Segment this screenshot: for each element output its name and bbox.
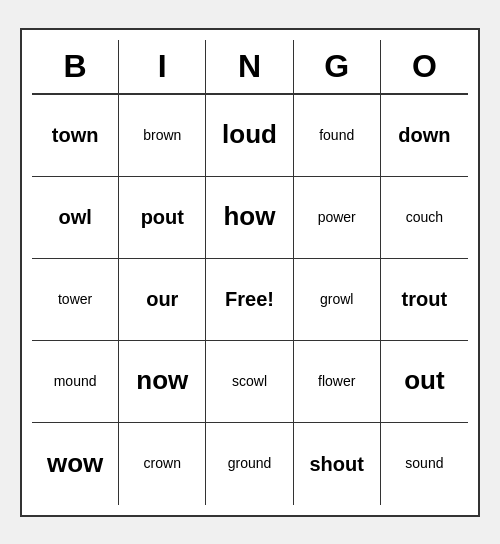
bingo-cell: owl: [32, 177, 119, 259]
cell-word: power: [318, 209, 356, 226]
cell-word: trout: [402, 287, 448, 311]
header-letter: G: [294, 40, 381, 93]
bingo-cell: brown: [119, 95, 206, 177]
cell-word: brown: [143, 127, 181, 144]
bingo-cell: tower: [32, 259, 119, 341]
bingo-cell: flower: [294, 341, 381, 423]
header-letter: B: [32, 40, 119, 93]
header-letter: N: [206, 40, 293, 93]
bingo-cell: our: [119, 259, 206, 341]
bingo-cell: town: [32, 95, 119, 177]
cell-word: ground: [228, 455, 272, 472]
cell-word: sound: [405, 455, 443, 472]
bingo-cell: crown: [119, 423, 206, 505]
cell-word: mound: [54, 373, 97, 390]
cell-word: town: [52, 123, 99, 147]
bingo-cell: found: [294, 95, 381, 177]
bingo-cell: out: [381, 341, 468, 423]
bingo-cell: Free!: [206, 259, 293, 341]
header-letter: I: [119, 40, 206, 93]
bingo-cell: growl: [294, 259, 381, 341]
cell-word: pout: [141, 205, 184, 229]
bingo-cell: couch: [381, 177, 468, 259]
cell-word: our: [146, 287, 178, 311]
cell-word: out: [404, 365, 444, 396]
cell-word: wow: [47, 448, 103, 479]
bingo-cell: pout: [119, 177, 206, 259]
cell-word: found: [319, 127, 354, 144]
bingo-cell: now: [119, 341, 206, 423]
bingo-cell: shout: [294, 423, 381, 505]
cell-word: growl: [320, 291, 353, 308]
cell-word: loud: [222, 119, 277, 150]
bingo-cell: sound: [381, 423, 468, 505]
bingo-cell: trout: [381, 259, 468, 341]
bingo-cell: loud: [206, 95, 293, 177]
cell-word: how: [223, 201, 275, 232]
cell-word: tower: [58, 291, 92, 308]
cell-word: scowl: [232, 373, 267, 390]
header-letter: O: [381, 40, 468, 93]
bingo-cell: how: [206, 177, 293, 259]
bingo-cell: wow: [32, 423, 119, 505]
cell-word: Free!: [225, 287, 274, 311]
bingo-header: BINGO: [32, 40, 468, 95]
cell-word: flower: [318, 373, 355, 390]
cell-word: now: [136, 365, 188, 396]
bingo-cell: power: [294, 177, 381, 259]
bingo-cell: down: [381, 95, 468, 177]
bingo-cell: scowl: [206, 341, 293, 423]
bingo-card: BINGO townbrownloudfounddownowlpouthowpo…: [20, 28, 480, 517]
cell-word: shout: [309, 452, 363, 476]
cell-word: owl: [58, 205, 91, 229]
cell-word: crown: [144, 455, 181, 472]
bingo-grid: townbrownloudfounddownowlpouthowpowercou…: [32, 95, 468, 505]
bingo-cell: ground: [206, 423, 293, 505]
cell-word: down: [398, 123, 450, 147]
bingo-cell: mound: [32, 341, 119, 423]
cell-word: couch: [406, 209, 443, 226]
